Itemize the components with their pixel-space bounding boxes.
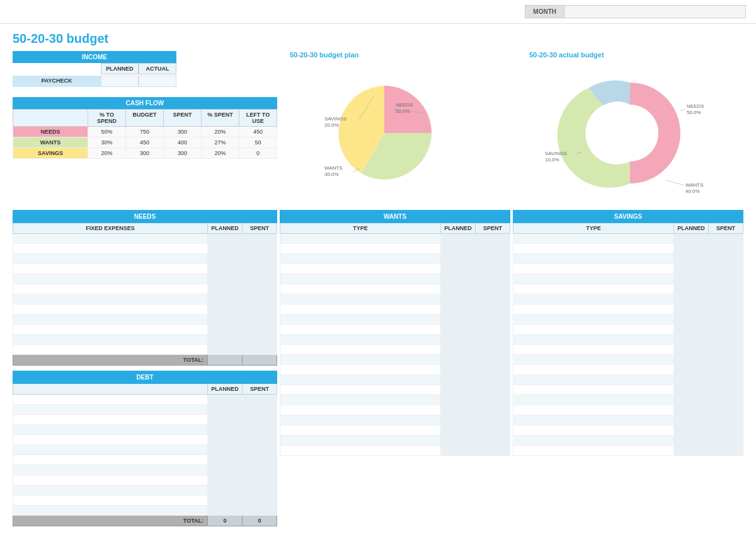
- wants-row-15: [280, 375, 510, 385]
- wants-row-2: [280, 244, 510, 254]
- wants-planned-col: PLANNED: [440, 223, 475, 233]
- savings-pct: 20%: [88, 148, 125, 158]
- savings-row-17: [513, 395, 743, 405]
- wants-row-label: WANTS: [13, 137, 88, 148]
- wants-row-1: [280, 234, 510, 244]
- fixed-row-2: [13, 244, 277, 254]
- fixed-expenses-label: FIXED EXPENSES: [13, 223, 207, 233]
- wants-row-14: [280, 365, 510, 375]
- savings-spent-col: SPENT: [708, 223, 743, 233]
- needs-row-label: NEEDS: [13, 127, 88, 137]
- svg-text:NEEDS: NEEDS: [396, 102, 413, 108]
- needs-budget: 750: [125, 127, 163, 137]
- page-title: 50-20-30 budget: [0, 24, 756, 51]
- savings-row-5: [513, 274, 743, 284]
- svg-text:40.0%: 40.0%: [685, 188, 700, 194]
- savings-row-22: [513, 446, 743, 456]
- savings-header: SAVINGS: [513, 210, 743, 223]
- debt-row-9: [13, 475, 277, 485]
- cf-col-pct-spent: % SPENT: [201, 110, 239, 126]
- svg-text:SAVINGS: SAVINGS: [545, 151, 567, 156]
- wants-row-7: [280, 294, 510, 304]
- fixed-row-1: [13, 234, 277, 244]
- paycheck-label: PAYCHECK: [13, 76, 101, 87]
- fixed-row-10: [13, 325, 277, 335]
- debt-row-7: [13, 455, 277, 465]
- wants-pct-spent: 27%: [201, 137, 239, 148]
- wants-row-16: [280, 385, 510, 395]
- fixed-row-8: [13, 304, 277, 315]
- savings-row-18: [513, 405, 743, 415]
- fixed-row-7: [13, 294, 277, 304]
- wants-pct: 30%: [88, 137, 125, 148]
- paycheck-planned[interactable]: [101, 76, 139, 87]
- wants-section: WANTS TYPE PLANNED SPENT: [280, 210, 510, 526]
- svg-text:20.0%: 20.0%: [324, 122, 339, 128]
- wants-spent: 400: [163, 137, 201, 148]
- wants-row-18: [280, 405, 510, 415]
- wants-row-9: [280, 315, 510, 325]
- month-input[interactable]: [564, 5, 746, 18]
- savings-row-21: [513, 436, 743, 446]
- debt-planned-col: PLANNED: [207, 384, 242, 394]
- fixed-row-4: [13, 264, 277, 274]
- fixed-row-6: [13, 284, 277, 294]
- paycheck-actual[interactable]: [139, 76, 176, 87]
- wants-row-20: [280, 426, 510, 436]
- needs-pct: 50%: [88, 127, 125, 137]
- wants-row-22: [280, 446, 510, 456]
- needs-spent: 300: [163, 127, 201, 137]
- savings-section: SAVINGS TYPE PLANNED SPENT: [513, 210, 743, 526]
- cf-col-spent: SPENT: [163, 110, 201, 126]
- wants-row-21: [280, 436, 510, 446]
- wants-row-10: [280, 325, 510, 335]
- debt-row-8: [13, 465, 277, 475]
- needs-left: 450: [239, 127, 277, 137]
- wants-type-col: TYPE: [280, 223, 440, 233]
- debt-row-12: [13, 506, 277, 516]
- wants-budget: 450: [125, 137, 163, 148]
- debt-label-col: [13, 384, 207, 394]
- savings-planned-col: PLANNED: [673, 223, 708, 233]
- savings-row-20: [513, 426, 743, 436]
- svg-text:10.0%: 10.0%: [545, 157, 559, 163]
- wants-left: 50: [239, 137, 277, 148]
- savings-row-15: [513, 375, 743, 385]
- svg-text:SAVINGS: SAVINGS: [324, 116, 346, 122]
- cashflow-header: CASH FLOW: [13, 97, 277, 109]
- cf-col-left: LEFT TO USE: [239, 110, 277, 126]
- savings-row-16: [513, 385, 743, 395]
- fixed-row-9: [13, 315, 277, 325]
- actual-budget-title: 50-20-30 actual budget: [529, 51, 743, 59]
- savings-type-col: TYPE: [513, 223, 673, 233]
- debt-header: DEBT: [13, 371, 277, 384]
- savings-row-3: [513, 254, 743, 264]
- month-label: MONTH: [525, 5, 564, 18]
- debt-row-4: [13, 425, 277, 435]
- savings-left: 0: [239, 148, 277, 158]
- savings-row-8: [513, 304, 743, 315]
- wants-header: WANTS: [280, 210, 510, 223]
- fixed-planned-col: PLANNED: [207, 223, 242, 233]
- savings-row-19: [513, 415, 743, 426]
- fixed-row-12: [13, 345, 277, 355]
- wants-row-19: [280, 415, 510, 426]
- wants-row-17: [280, 395, 510, 405]
- wants-row-3: [280, 254, 510, 264]
- fixed-spent-col: SPENT: [242, 223, 277, 233]
- wants-row-4: [280, 264, 510, 274]
- fixed-total-row: TOTAL:: [13, 355, 277, 366]
- cashflow-table: CASH FLOW % TO SPEND BUDGET SPENT % SPEN…: [13, 97, 277, 159]
- wants-row-5: [280, 274, 510, 284]
- needs-header: NEEDS: [13, 210, 277, 223]
- needs-pct-spent: 20%: [201, 127, 239, 137]
- debt-row-3: [13, 415, 277, 425]
- needs-section: NEEDS FIXED EXPENSES PLANNED SPENT TOTAL…: [13, 210, 277, 526]
- cf-col-pct-to-spend: % TO SPEND: [88, 110, 125, 126]
- actual-budget-chart: 50-20-30 actual budget: [529, 51, 743, 197]
- savings-row-6: [513, 284, 743, 294]
- savings-pct-spent: 20%: [201, 148, 239, 158]
- budget-plan-chart: 50-20-30 budget plan NEEDS 50.0%: [290, 51, 504, 197]
- wants-row-6: [280, 284, 510, 294]
- savings-row-4: [513, 264, 743, 274]
